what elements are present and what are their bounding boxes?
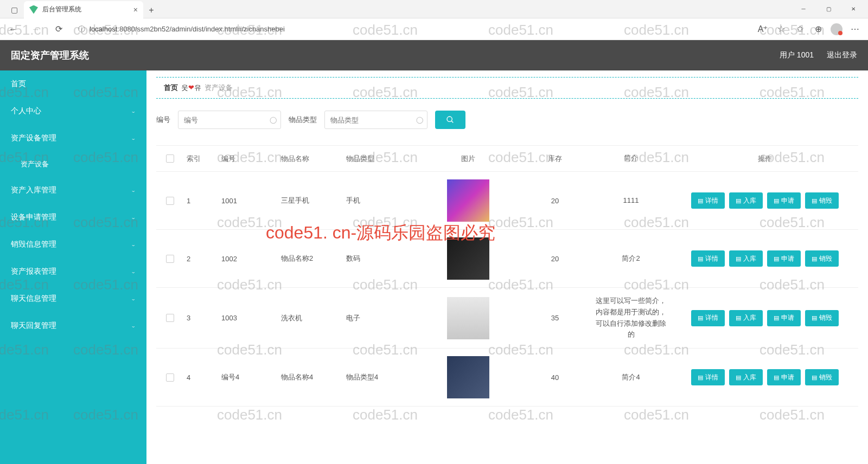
inbound-button[interactable]: ▤入库 <box>729 310 763 326</box>
sidebar-item-label: 设备申请管理 <box>11 212 56 222</box>
user-label[interactable]: 用户 1001 <box>780 50 814 60</box>
close-icon[interactable]: × <box>133 5 138 14</box>
inbound-button[interactable]: ▤入库 <box>729 250 763 267</box>
item-image[interactable] <box>447 237 489 280</box>
sidebar-item-label: 首页 <box>11 79 26 89</box>
destroy-button[interactable]: ▤销毁 <box>805 250 839 267</box>
table-row: 3 1003 洗衣机 电子 35 这里可以写一些简介，内容都是用于测试的，可以自… <box>156 288 858 349</box>
address-bar[interactable]: ⓘ localhost:8080/ssm2bn52/admin/dist/ind… <box>73 21 749 37</box>
detail-button[interactable]: ▤详情 <box>691 250 725 267</box>
search-type-label: 物品类型 <box>289 115 317 125</box>
menu-icon[interactable]: ⋯ <box>846 21 864 38</box>
svg-point-0 <box>447 117 452 121</box>
detail-button[interactable]: ▤详情 <box>691 192 725 209</box>
list-icon: ▤ <box>736 197 741 204</box>
cell-name: 物品名称4 <box>281 372 346 382</box>
back-button[interactable]: ← <box>4 21 22 38</box>
breadcrumb-home[interactable]: 首页 <box>164 83 178 93</box>
sidebar-item[interactable]: 资产报表管理⌄ <box>0 258 146 285</box>
data-table: 索引 编号 物品名称 物品类型 图片 库存 简介 操作 1 1001 三星手机 … <box>156 145 858 407</box>
new-tab-button[interactable]: + <box>143 2 159 18</box>
item-image[interactable] <box>447 297 489 339</box>
profile-icon[interactable] <box>828 21 845 38</box>
sidebar-item[interactable]: 设备申请管理⌄ <box>0 204 146 231</box>
logout-button[interactable]: 退出登录 <box>827 50 857 60</box>
chevron-down-icon: ⌄ <box>131 242 136 247</box>
browser-tab-bar: ▢ 后台管理系统 × + ─ ▢ ✕ <box>0 0 868 18</box>
app-title: 固定资产管理系统 <box>11 49 89 62</box>
row-checkbox[interactable] <box>166 255 174 263</box>
apply-button[interactable]: ▤申请 <box>767 310 801 326</box>
destroy-button[interactable]: ▤销毁 <box>805 369 839 385</box>
inbound-button[interactable]: ▤入库 <box>729 192 763 209</box>
info-icon[interactable]: ⓘ <box>78 24 85 34</box>
item-image[interactable] <box>447 356 489 398</box>
cell-name: 三星手机 <box>281 196 346 205</box>
close-window-button[interactable]: ✕ <box>841 1 866 17</box>
search-bar: 编号 ◯ 物品类型 ◯ <box>146 99 868 141</box>
cell-index: 2 <box>183 255 221 263</box>
sidebar-item-label: 销毁信息管理 <box>11 240 56 249</box>
search-type-input[interactable] <box>324 111 427 129</box>
cell-stock: 20 <box>520 255 590 263</box>
sidebar-subitem[interactable]: 资产设备 <box>0 152 146 177</box>
list-icon: ▤ <box>736 255 741 262</box>
sidebar-item-label: 个人中心 <box>11 106 41 116</box>
read-aloud-icon[interactable]: A⁺ <box>754 21 771 38</box>
list-icon: ▤ <box>812 255 817 262</box>
table-row: 1 1001 三星手机 手机 20 1111 ▤详情 ▤入库 ▤申请 ▤销毁 <box>156 172 858 230</box>
circle-icon: ◯ <box>416 116 423 124</box>
sidebar-item[interactable]: 聊天信息管理⌄ <box>0 285 146 312</box>
cell-type: 手机 <box>346 196 417 205</box>
tab-list-icon[interactable]: ▢ <box>4 1 24 18</box>
search-num-label: 编号 <box>156 115 170 125</box>
col-index: 索引 <box>183 154 221 164</box>
sidebar-item[interactable]: 首页 <box>0 70 146 98</box>
list-icon: ▤ <box>698 374 703 381</box>
table-header: 索引 编号 物品名称 物品类型 图片 库存 简介 操作 <box>156 146 858 172</box>
forward-button: → <box>27 21 44 38</box>
select-all-checkbox[interactable] <box>166 154 174 163</box>
list-icon: ▤ <box>736 314 741 321</box>
apply-button[interactable]: ▤申请 <box>767 369 801 385</box>
sidebar-item[interactable]: 资产设备管理⌄ <box>0 125 146 152</box>
favorites-icon[interactable]: ✩ <box>791 21 808 38</box>
list-icon: ▤ <box>774 374 779 381</box>
destroy-button[interactable]: ▤销毁 <box>805 310 839 326</box>
table-row: 2 1002 物品名称2 数码 20 简介2 ▤详情 ▤入库 ▤申请 ▤销毁 <box>156 230 858 288</box>
col-stock: 库存 <box>520 154 590 164</box>
search-button[interactable] <box>435 111 465 129</box>
apply-button[interactable]: ▤申请 <box>767 250 801 267</box>
col-num: 编号 <box>221 154 281 164</box>
sidebar-item[interactable]: 资产入库管理⌄ <box>0 177 146 204</box>
search-num-input[interactable] <box>178 111 281 129</box>
list-icon: ▤ <box>812 314 817 321</box>
sidebar-item-label: 资产报表管理 <box>11 267 56 276</box>
collections-icon[interactable]: ⊕ <box>809 21 827 38</box>
row-checkbox[interactable] <box>166 197 174 205</box>
breadcrumb-current: 资产设备 <box>205 83 233 93</box>
detail-button[interactable]: ▤详情 <box>691 310 725 326</box>
chevron-down-icon: ⌄ <box>131 108 136 113</box>
minimize-button[interactable]: ─ <box>791 1 816 17</box>
chevron-down-icon: ⌄ <box>131 215 136 220</box>
item-image[interactable] <box>447 179 489 222</box>
refresh-button[interactable]: ⟳ <box>50 21 67 38</box>
col-ops: 操作 <box>672 154 858 164</box>
apply-button[interactable]: ▤申请 <box>767 192 801 209</box>
sidebar-item[interactable]: 聊天回复管理⌄ <box>0 312 146 339</box>
star-icon[interactable]: ☆ <box>773 21 790 38</box>
sidebar-item[interactable]: 销毁信息管理⌄ <box>0 231 146 258</box>
cell-intro: 简介4 <box>590 372 672 383</box>
cell-intro: 简介2 <box>590 253 672 265</box>
table-row: 4 编号4 物品名称4 物品类型4 40 简介4 ▤详情 ▤入库 ▤申请 ▤销毁 <box>156 349 858 407</box>
destroy-button[interactable]: ▤销毁 <box>805 192 839 209</box>
browser-tab[interactable]: 后台管理系统 × <box>24 1 143 18</box>
maximize-button[interactable]: ▢ <box>816 1 841 17</box>
detail-button[interactable]: ▤详情 <box>691 369 725 385</box>
col-type: 物品类型 <box>346 154 417 164</box>
sidebar-item[interactable]: 个人中心⌄ <box>0 98 146 125</box>
inbound-button[interactable]: ▤入库 <box>729 369 763 385</box>
row-checkbox[interactable] <box>166 314 174 322</box>
row-checkbox[interactable] <box>166 373 174 382</box>
